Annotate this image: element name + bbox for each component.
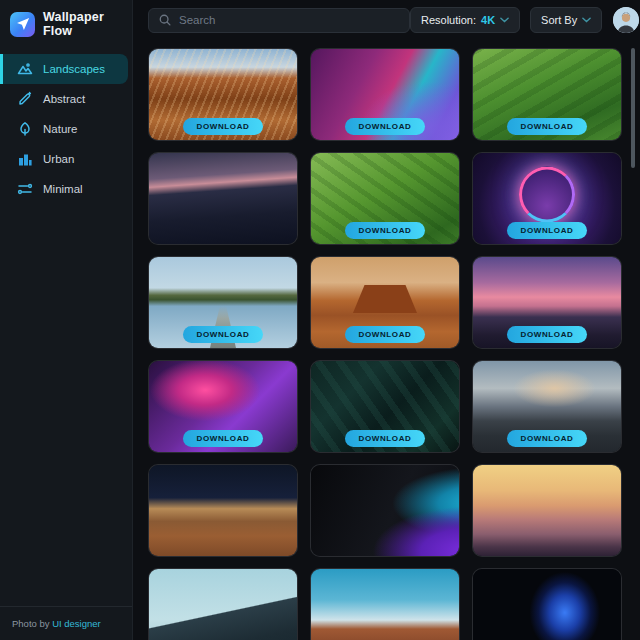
search-icon [158,13,172,27]
sidebar-item-label: Landscapes [43,63,105,75]
sortby-dropdown[interactable]: Sort By [530,7,602,33]
footer-credit-link[interactable]: UI designer [52,618,101,629]
wallpaper-card[interactable]: DOWNLOAD [310,48,460,141]
search-box[interactable] [148,8,410,33]
user-photo [613,7,639,33]
wallpaper-blue-ribbon [473,569,621,640]
wallpaper-red-rocks [311,569,459,640]
sidebar-item-label: Urban [43,153,74,165]
main-area: Resolution: 4K Sort By [133,0,640,640]
sidebar-item-minimal[interactable]: Minimal [0,174,128,204]
wallpaper-card[interactable]: DOWNLOAD [310,256,460,349]
wallpaper-card[interactable]: DOWNLOAD [148,360,298,453]
sidebar-nav: Landscapes Abstract Nature Urban Minimal [0,54,132,204]
app-window: Wallpaper Flow Landscapes Abstract Natur… [0,0,640,640]
resolution-label: Resolution: [421,14,476,26]
download-button[interactable]: DOWNLOAD [345,430,425,447]
sidebar: Wallpaper Flow Landscapes Abstract Natur… [0,0,133,640]
search-input[interactable] [179,14,400,26]
landscape-icon [17,61,33,77]
wallpaper-grid: DOWNLOAD DOWNLOAD DOWNLOAD DOWNLOAD DOWN… [148,48,622,640]
footer-credit-text: Photo by [12,618,52,629]
wallpaper-card[interactable] [310,464,460,557]
scrollbar[interactable] [631,48,635,168]
wallpaper-card[interactable]: DOWNLOAD [472,48,622,141]
download-button[interactable]: DOWNLOAD [345,326,425,343]
download-button[interactable]: DOWNLOAD [345,222,425,239]
abstract-icon [17,91,33,107]
chevron-down-icon [500,17,509,23]
user-avatar[interactable] [613,7,639,33]
app-logo-row: Wallpaper Flow [0,0,132,46]
wallpaper-card[interactable] [472,568,622,640]
download-button[interactable]: DOWNLOAD [507,118,587,135]
nature-icon [17,121,33,137]
wallpaper-card[interactable]: DOWNLOAD [472,152,622,245]
app-title: Wallpaper Flow [43,10,122,38]
sidebar-footer: Photo by UI designer [0,606,132,640]
wallpaper-night-desert [149,465,297,556]
wallpaper-card[interactable] [472,464,622,557]
download-button[interactable]: DOWNLOAD [183,118,263,135]
wallpaper-card[interactable] [310,568,460,640]
chevron-down-icon [582,17,591,23]
wallpaper-dark-wave [311,465,459,556]
urban-icon [17,151,33,167]
sortby-label: Sort By [541,14,577,26]
sidebar-item-label: Nature [43,123,78,135]
resolution-value: 4K [481,14,495,26]
wallpaper-card[interactable] [148,464,298,557]
topbar: Resolution: 4K Sort By [133,0,640,40]
wallpaper-sunset-ridges [473,465,621,556]
wallpaper-card[interactable] [148,568,298,640]
wallpaper-card[interactable]: DOWNLOAD [148,256,298,349]
app-logo-icon [10,12,35,37]
download-button[interactable]: DOWNLOAD [183,326,263,343]
sidebar-item-urban[interactable]: Urban [0,144,128,174]
wallpaper-card[interactable]: DOWNLOAD [310,152,460,245]
minimal-icon [17,181,33,197]
sidebar-item-abstract[interactable]: Abstract [0,84,128,114]
wallpaper-card[interactable]: DOWNLOAD [148,48,298,141]
wallpaper-blue-mountain [149,569,297,640]
download-button[interactable]: DOWNLOAD [507,326,587,343]
download-button[interactable]: DOWNLOAD [183,430,263,447]
paper-plane-icon [16,17,30,31]
download-button[interactable]: DOWNLOAD [345,118,425,135]
wallpaper-card[interactable]: DOWNLOAD [310,360,460,453]
sidebar-item-landscapes[interactable]: Landscapes [0,54,128,84]
wallpaper-card[interactable]: DOWNLOAD [472,256,622,349]
download-button[interactable]: DOWNLOAD [507,430,587,447]
wallpaper-card[interactable]: DOWNLOAD [472,360,622,453]
sidebar-item-nature[interactable]: Nature [0,114,128,144]
wallpaper-card[interactable] [148,152,298,245]
wallpaper-dark-dunes [149,153,297,244]
sidebar-item-label: Minimal [43,183,83,195]
sidebar-item-label: Abstract [43,93,85,105]
resolution-dropdown[interactable]: Resolution: 4K [410,7,520,33]
download-button[interactable]: DOWNLOAD [507,222,587,239]
